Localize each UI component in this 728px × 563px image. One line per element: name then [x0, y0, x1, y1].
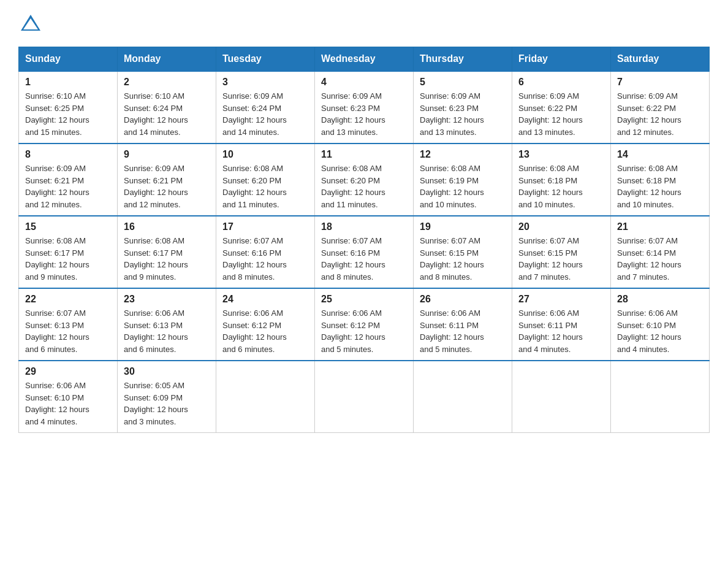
calendar-cell: 12Sunrise: 6:08 AMSunset: 6:19 PMDayligh… — [414, 144, 512, 216]
calendar-cell: 26Sunrise: 6:06 AMSunset: 6:11 PMDayligh… — [414, 288, 512, 361]
day-info: Sunrise: 6:10 AMSunset: 6:24 PMDaylight:… — [124, 91, 188, 137]
page-header — [18, 12, 710, 34]
calendar-cell: 5Sunrise: 6:09 AMSunset: 6:23 PMDaylight… — [414, 71, 512, 144]
calendar-cell: 15Sunrise: 6:08 AMSunset: 6:17 PMDayligh… — [19, 216, 118, 288]
calendar-cell: 3Sunrise: 6:09 AMSunset: 6:24 PMDaylight… — [216, 71, 315, 144]
calendar-cell: 27Sunrise: 6:06 AMSunset: 6:11 PMDayligh… — [512, 288, 611, 361]
day-info: Sunrise: 6:08 AMSunset: 6:19 PMDaylight:… — [420, 164, 484, 209]
day-number: 8 — [25, 149, 111, 160]
day-info: Sunrise: 6:06 AMSunset: 6:10 PMDaylight:… — [25, 381, 89, 426]
day-info: Sunrise: 6:06 AMSunset: 6:11 PMDaylight:… — [518, 308, 583, 354]
day-number: 29 — [25, 366, 111, 377]
calendar-cell — [414, 361, 512, 433]
col-header-sunday: Sunday — [19, 47, 118, 72]
day-number: 11 — [321, 149, 407, 160]
day-info: Sunrise: 6:06 AMSunset: 6:11 PMDaylight:… — [420, 308, 484, 354]
day-number: 20 — [518, 221, 604, 232]
day-number: 12 — [420, 149, 506, 160]
calendar-cell: 7Sunrise: 6:09 AMSunset: 6:22 PMDaylight… — [611, 71, 710, 144]
day-number: 30 — [124, 366, 210, 377]
calendar-cell: 14Sunrise: 6:08 AMSunset: 6:18 PMDayligh… — [611, 144, 710, 216]
calendar-cell: 29Sunrise: 6:06 AMSunset: 6:10 PMDayligh… — [19, 361, 118, 433]
calendar-cell: 30Sunrise: 6:05 AMSunset: 6:09 PMDayligh… — [118, 361, 216, 433]
calendar-week-row: 15Sunrise: 6:08 AMSunset: 6:17 PMDayligh… — [19, 216, 710, 288]
day-info: Sunrise: 6:05 AMSunset: 6:09 PMDaylight:… — [124, 381, 188, 426]
col-header-tuesday: Tuesday — [216, 47, 315, 72]
day-number: 4 — [321, 77, 407, 88]
calendar-header-row: SundayMondayTuesdayWednesdayThursdayFrid… — [19, 47, 710, 72]
day-number: 3 — [222, 77, 308, 88]
calendar-cell: 18Sunrise: 6:07 AMSunset: 6:16 PMDayligh… — [315, 216, 414, 288]
day-number: 21 — [617, 221, 703, 232]
calendar-cell — [512, 361, 611, 433]
calendar-cell: 22Sunrise: 6:07 AMSunset: 6:13 PMDayligh… — [19, 288, 118, 361]
calendar-cell: 19Sunrise: 6:07 AMSunset: 6:15 PMDayligh… — [414, 216, 512, 288]
calendar-cell: 6Sunrise: 6:09 AMSunset: 6:22 PMDaylight… — [512, 71, 611, 144]
day-info: Sunrise: 6:09 AMSunset: 6:21 PMDaylight:… — [124, 164, 188, 209]
calendar-cell: 16Sunrise: 6:08 AMSunset: 6:17 PMDayligh… — [118, 216, 216, 288]
day-info: Sunrise: 6:10 AMSunset: 6:25 PMDaylight:… — [25, 91, 89, 137]
logo-icon — [20, 12, 42, 34]
logo — [18, 12, 42, 34]
logo-top — [18, 12, 42, 34]
day-number: 24 — [222, 294, 308, 305]
calendar-cell: 8Sunrise: 6:09 AMSunset: 6:21 PMDaylight… — [19, 144, 118, 216]
day-number: 19 — [420, 221, 506, 232]
calendar-cell: 24Sunrise: 6:06 AMSunset: 6:12 PMDayligh… — [216, 288, 315, 361]
calendar-cell: 2Sunrise: 6:10 AMSunset: 6:24 PMDaylight… — [118, 71, 216, 144]
day-number: 18 — [321, 221, 407, 232]
day-number: 26 — [420, 294, 506, 305]
calendar-cell: 9Sunrise: 6:09 AMSunset: 6:21 PMDaylight… — [118, 144, 216, 216]
col-header-thursday: Thursday — [414, 47, 512, 72]
day-info: Sunrise: 6:09 AMSunset: 6:24 PMDaylight:… — [222, 91, 287, 137]
day-info: Sunrise: 6:09 AMSunset: 6:22 PMDaylight:… — [617, 91, 681, 137]
day-number: 1 — [25, 77, 111, 88]
day-number: 22 — [25, 294, 111, 305]
calendar-cell — [315, 361, 414, 433]
day-number: 9 — [124, 149, 210, 160]
calendar-cell: 21Sunrise: 6:07 AMSunset: 6:14 PMDayligh… — [611, 216, 710, 288]
day-info: Sunrise: 6:07 AMSunset: 6:15 PMDaylight:… — [420, 236, 484, 282]
calendar-cell — [216, 361, 315, 433]
day-number: 28 — [617, 294, 703, 305]
day-info: Sunrise: 6:08 AMSunset: 6:20 PMDaylight:… — [321, 164, 385, 209]
calendar-cell: 10Sunrise: 6:08 AMSunset: 6:20 PMDayligh… — [216, 144, 315, 216]
calendar-table: SundayMondayTuesdayWednesdayThursdayFrid… — [18, 47, 710, 433]
day-info: Sunrise: 6:07 AMSunset: 6:16 PMDaylight:… — [222, 236, 287, 282]
day-info: Sunrise: 6:08 AMSunset: 6:18 PMDaylight:… — [617, 164, 681, 209]
day-number: 25 — [321, 294, 407, 305]
col-header-saturday: Saturday — [611, 47, 710, 72]
calendar-week-row: 29Sunrise: 6:06 AMSunset: 6:10 PMDayligh… — [19, 361, 710, 433]
day-number: 5 — [420, 77, 506, 88]
day-number: 2 — [124, 77, 210, 88]
calendar-cell: 17Sunrise: 6:07 AMSunset: 6:16 PMDayligh… — [216, 216, 315, 288]
day-info: Sunrise: 6:09 AMSunset: 6:22 PMDaylight:… — [518, 91, 583, 137]
day-info: Sunrise: 6:08 AMSunset: 6:18 PMDaylight:… — [518, 164, 583, 209]
day-info: Sunrise: 6:07 AMSunset: 6:13 PMDaylight:… — [25, 308, 89, 354]
calendar-cell — [611, 361, 710, 433]
day-info: Sunrise: 6:08 AMSunset: 6:17 PMDaylight:… — [25, 236, 89, 282]
calendar-cell: 28Sunrise: 6:06 AMSunset: 6:10 PMDayligh… — [611, 288, 710, 361]
day-info: Sunrise: 6:06 AMSunset: 6:10 PMDaylight:… — [617, 308, 681, 354]
calendar-cell: 25Sunrise: 6:06 AMSunset: 6:12 PMDayligh… — [315, 288, 414, 361]
calendar-cell: 11Sunrise: 6:08 AMSunset: 6:20 PMDayligh… — [315, 144, 414, 216]
day-number: 23 — [124, 294, 210, 305]
calendar-week-row: 22Sunrise: 6:07 AMSunset: 6:13 PMDayligh… — [19, 288, 710, 361]
calendar-cell: 4Sunrise: 6:09 AMSunset: 6:23 PMDaylight… — [315, 71, 414, 144]
day-number: 10 — [222, 149, 308, 160]
day-number: 27 — [518, 294, 604, 305]
day-info: Sunrise: 6:06 AMSunset: 6:12 PMDaylight:… — [222, 308, 287, 354]
day-number: 16 — [124, 221, 210, 232]
day-number: 17 — [222, 221, 308, 232]
calendar-cell: 20Sunrise: 6:07 AMSunset: 6:15 PMDayligh… — [512, 216, 611, 288]
col-header-friday: Friday — [512, 47, 611, 72]
calendar-cell: 1Sunrise: 6:10 AMSunset: 6:25 PMDaylight… — [19, 71, 118, 144]
day-number: 14 — [617, 149, 703, 160]
col-header-wednesday: Wednesday — [315, 47, 414, 72]
day-info: Sunrise: 6:07 AMSunset: 6:16 PMDaylight:… — [321, 236, 385, 282]
day-info: Sunrise: 6:09 AMSunset: 6:21 PMDaylight:… — [25, 164, 89, 209]
day-info: Sunrise: 6:08 AMSunset: 6:20 PMDaylight:… — [222, 164, 287, 209]
day-info: Sunrise: 6:08 AMSunset: 6:17 PMDaylight:… — [124, 236, 188, 282]
calendar-cell: 13Sunrise: 6:08 AMSunset: 6:18 PMDayligh… — [512, 144, 611, 216]
day-info: Sunrise: 6:09 AMSunset: 6:23 PMDaylight:… — [321, 91, 385, 137]
